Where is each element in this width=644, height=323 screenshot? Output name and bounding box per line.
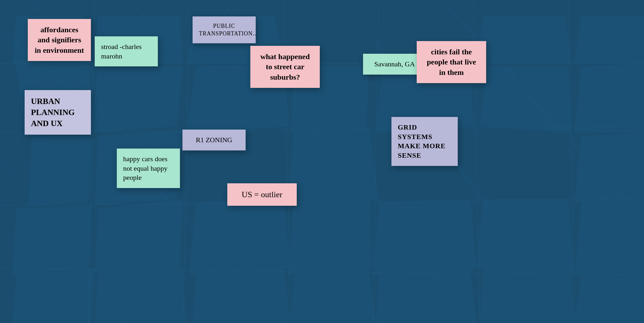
svg-marker-46 — [193, 269, 290, 323]
svg-marker-31 — [480, 66, 571, 133]
note-cities-fail[interactable]: cities fail the people that live in them — [417, 41, 486, 83]
svg-marker-44 — [13, 269, 95, 323]
svg-marker-52 — [575, 16, 644, 63]
svg-marker-40 — [575, 133, 644, 202]
svg-marker-45 — [95, 269, 186, 323]
note-public-transport[interactable]: PUBLIC TRANSPORTATION... — [193, 16, 256, 43]
note-grid-systems[interactable]: GRID SYSTEMS MAKE MORE SENSE — [391, 117, 458, 166]
svg-marker-33 — [13, 205, 92, 275]
svg-marker-38 — [477, 199, 575, 275]
note-r1-zoning[interactable]: R1 ZONING — [182, 130, 246, 150]
svg-marker-34 — [95, 199, 183, 275]
svg-marker-23 — [92, 66, 183, 133]
svg-marker-39 — [575, 63, 644, 133]
svg-marker-32 — [28, 136, 92, 205]
svg-marker-48 — [376, 269, 477, 323]
svg-marker-35 — [189, 199, 290, 275]
svg-marker-36 — [287, 199, 373, 275]
note-stroad[interactable]: stroad -charles marohn — [95, 36, 158, 66]
svg-marker-28 — [287, 126, 379, 205]
svg-marker-49 — [480, 269, 575, 323]
svg-marker-51 — [575, 275, 644, 323]
svg-marker-37 — [373, 199, 477, 275]
svg-marker-47 — [290, 269, 376, 323]
note-urban[interactable]: URBAN PLANNING AND UX — [25, 90, 91, 135]
note-happy-cars[interactable]: happy cars does not equal happy people — [117, 149, 180, 188]
note-what-happened[interactable]: what happened to street car suburbs? — [250, 46, 320, 88]
svg-marker-50 — [575, 202, 644, 275]
note-us-outlier[interactable]: US = outlier — [227, 183, 297, 206]
note-affordances[interactable]: affordances and signifiers in environmen… — [28, 19, 91, 61]
svg-marker-30 — [477, 16, 571, 63]
